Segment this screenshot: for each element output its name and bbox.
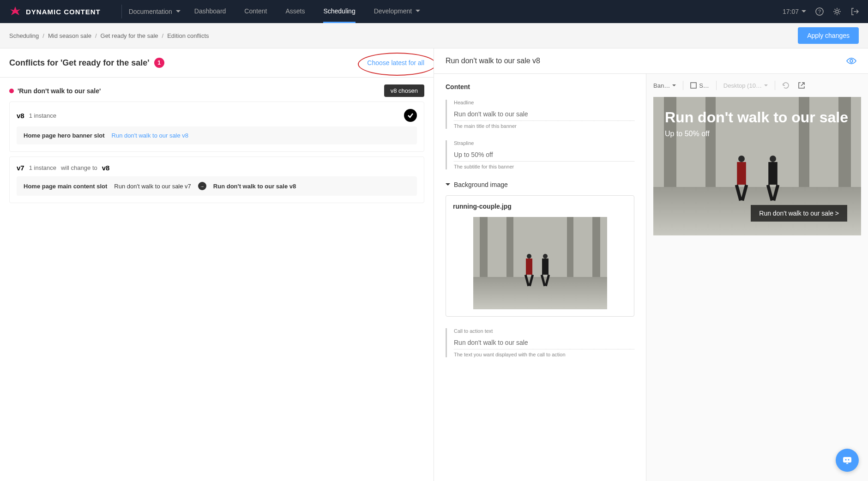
choose-latest-link[interactable]: Choose latest for all	[367, 59, 424, 66]
strapline-input[interactable]	[454, 148, 634, 162]
preview-mode-label: S…	[699, 82, 709, 89]
logout-icon[interactable]	[850, 7, 859, 16]
chevron-down-icon	[672, 84, 676, 87]
version-label: v7 1 instance will change to v8	[17, 164, 109, 172]
field-label: Call to action text	[454, 328, 634, 334]
svg-point-2	[836, 10, 838, 13]
nav-item-content[interactable]: Content	[244, 0, 267, 23]
nav-item-scheduling[interactable]: Scheduling	[323, 0, 355, 23]
preview-type-label: Ban…	[653, 82, 670, 89]
section-title: Content	[446, 83, 634, 90]
bg-image-toggle[interactable]: Background image	[446, 181, 634, 188]
preview-type-select[interactable]: Ban…	[653, 82, 676, 89]
nav-right: 17:07 ?	[783, 7, 859, 16]
content-header: Run don't walk to our sale v8	[434, 48, 868, 74]
nav-item-development[interactable]: Development	[374, 0, 421, 23]
svg-point-6	[845, 459, 847, 461]
svg-rect-4	[691, 83, 696, 88]
slot-link[interactable]: Run don't walk to our sale v8	[112, 132, 189, 139]
breadcrumb-item[interactable]: Scheduling	[9, 32, 39, 39]
breadcrumb-item[interactable]: Get ready for the sale	[101, 32, 158, 39]
status-dot	[9, 89, 14, 93]
nav-dropdown-label: Documentation	[129, 8, 172, 15]
chat-bubble[interactable]	[836, 449, 859, 472]
field-help: The text you want displayed with the cal…	[454, 352, 634, 357]
apply-changes-button[interactable]: Apply changes	[798, 27, 859, 44]
logo-icon	[9, 6, 21, 18]
slot-name: Home page hero banner slot	[24, 132, 105, 139]
field-help: The subtitle for this banner	[454, 164, 634, 169]
change-to-version: v8	[102, 164, 110, 172]
divider	[121, 5, 122, 18]
version-number: v7	[17, 164, 24, 172]
cta-input[interactable]	[454, 336, 634, 349]
external-link-icon[interactable]	[798, 82, 805, 89]
version-block-v7[interactable]: v7 1 instance will change to v8 Home pag…	[9, 156, 424, 203]
nav-item-assets[interactable]: Assets	[285, 0, 305, 23]
chevron-down-icon	[176, 10, 181, 13]
image-card[interactable]: running-couple.jpg	[446, 195, 634, 317]
field-headline: Headline The main title of this banner	[446, 100, 634, 129]
choose-latest-label: Choose latest for all	[367, 59, 424, 66]
eye-icon[interactable]	[846, 57, 856, 65]
conflicts-panel: Conflicts for 'Get ready for the sale' 1…	[0, 48, 434, 481]
conflicts-title: Conflicts for 'Get ready for the sale' 1	[9, 58, 164, 68]
main: Conflicts for 'Get ready for the sale' 1…	[0, 48, 868, 481]
toolbar-separator	[683, 81, 683, 90]
conflicts-header: Conflicts for 'Get ready for the sale' 1…	[0, 48, 434, 78]
preview-mode-select[interactable]: S…	[690, 82, 709, 89]
nav-dropdown-documentation[interactable]: Documentation	[129, 8, 181, 15]
preview-device-label: Desktop (10…	[723, 82, 762, 89]
breadcrumb-separator: /	[162, 32, 164, 39]
svg-point-7	[848, 459, 850, 461]
app-logo[interactable]: DYNAMIC CONTENT	[9, 6, 101, 18]
chevron-down-icon	[802, 10, 806, 13]
instance-count: 1 instance	[29, 164, 56, 171]
preview-device-select[interactable]: Desktop (10…	[723, 82, 768, 89]
conflict-item-title: 'Run don't walk to our sale'	[9, 87, 101, 95]
breadcrumb-item-current: Edition conflicts	[167, 32, 209, 39]
conflict-count-badge: 1	[154, 58, 164, 68]
svg-point-3	[850, 60, 853, 62]
preview-area: Ban… S… Desktop (10…	[646, 74, 868, 481]
nav-item-label: Development	[374, 7, 412, 15]
field-strapline: Strapline The subtitle for this banner	[446, 140, 634, 169]
preview-cta-button: Run don't walk to our sale >	[751, 205, 847, 222]
app-name: DYNAMIC CONTENT	[26, 8, 101, 16]
arrow-right-icon: →	[198, 182, 206, 190]
svg-rect-5	[843, 457, 851, 463]
preview-render: Run don't walk to our sale Up to 50% off…	[653, 97, 861, 235]
field-cta: Call to action text The text you want di…	[446, 328, 634, 357]
nav-item-dashboard[interactable]: Dashboard	[194, 0, 226, 23]
headline-input[interactable]	[454, 108, 634, 121]
preview-headline: Run don't walk to our sale	[665, 108, 850, 126]
slot-row: Home page main content slot Run don't wa…	[17, 176, 417, 196]
top-nav: DYNAMIC CONTENT Documentation Dashboard …	[0, 0, 868, 23]
breadcrumb-separator: /	[42, 32, 44, 39]
version-block-v8[interactable]: v8 1 instance Home page hero banner slot…	[9, 102, 424, 152]
toolbar-separator	[716, 81, 717, 90]
version-label: v8 1 instance	[17, 112, 56, 120]
conflict-item-name: 'Run don't walk to our sale'	[18, 87, 101, 95]
change-text: will change to	[61, 164, 97, 171]
check-icon	[404, 109, 417, 122]
square-icon	[690, 82, 697, 89]
breadcrumb: Scheduling / Mid season sale / Get ready…	[9, 32, 209, 39]
gear-icon[interactable]	[833, 7, 841, 16]
time-display[interactable]: 17:07	[783, 8, 806, 15]
breadcrumb-item[interactable]: Mid season sale	[48, 32, 91, 39]
chevron-down-icon	[446, 182, 450, 187]
slot-name: Home page main content slot	[24, 183, 107, 190]
refresh-icon[interactable]	[782, 82, 790, 89]
chevron-down-icon	[416, 10, 420, 12]
conflicts-title-text: Conflicts for 'Get ready for the sale'	[9, 58, 150, 68]
image-filename: running-couple.jpg	[453, 203, 627, 210]
chosen-chip: v8 chosen	[384, 84, 424, 97]
conflict-item: 'Run don't walk to our sale' v8 chosen v…	[0, 78, 434, 215]
bg-section-label: Background image	[454, 181, 508, 188]
instance-count: 1 instance	[29, 112, 56, 119]
content-panel: Run don't walk to our sale v8 Content He…	[434, 48, 868, 481]
content-title: Run don't walk to our sale v8	[446, 57, 540, 65]
breadcrumb-separator: /	[95, 32, 97, 39]
help-icon[interactable]: ?	[815, 7, 824, 16]
